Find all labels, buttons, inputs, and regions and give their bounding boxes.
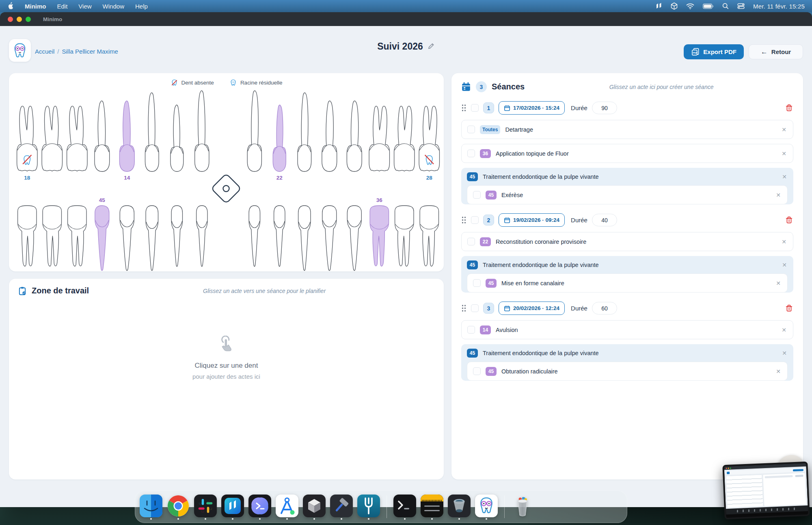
dock-fork-icon[interactable]	[357, 493, 380, 520]
dock-loupe-icon[interactable]	[447, 493, 471, 520]
seance-checkbox[interactable]	[471, 104, 479, 112]
tooth-26[interactable]	[369, 106, 389, 171]
dock-xcode-icon[interactable]	[275, 493, 299, 520]
act-checkbox[interactable]	[473, 367, 481, 375]
tooth-17[interactable]	[42, 106, 62, 171]
act-checkbox[interactable]	[473, 279, 481, 287]
apple-menu-icon[interactable]	[7, 2, 14, 11]
tooth-37[interactable]	[395, 206, 414, 266]
seance-date-button[interactable]: 19/02/2026 · 09:24	[499, 213, 565, 227]
tooth-35[interactable]	[347, 206, 361, 271]
act-checkbox[interactable]	[467, 126, 475, 133]
nested-act-row[interactable]: 45 Mise en forme canalaire ✕	[467, 273, 788, 293]
dock-slack-icon[interactable]	[194, 493, 217, 520]
menu-app-name[interactable]: Minimo	[25, 3, 46, 10]
app-logo[interactable]	[9, 39, 31, 62]
tooth-14[interactable]	[119, 101, 134, 171]
act-checkbox[interactable]	[467, 238, 475, 245]
tooth-34[interactable]	[322, 206, 337, 271]
menu-view[interactable]: View	[78, 3, 91, 10]
remove-act-icon[interactable]: ✕	[781, 239, 787, 245]
tooth-43[interactable]	[146, 206, 158, 271]
act-row[interactable]: 36 Application topique de Fluor ✕	[461, 144, 793, 163]
delete-seance-icon[interactable]	[785, 104, 793, 112]
remove-act-icon[interactable]: ✕	[775, 192, 782, 198]
nested-act-row[interactable]: 45 Obturation radiculaire ✕	[467, 362, 788, 381]
remove-act-icon[interactable]: ✕	[775, 280, 782, 286]
tooth-31[interactable]	[249, 206, 260, 267]
remove-act-icon[interactable]: ✕	[781, 150, 787, 157]
act-checkbox[interactable]	[467, 150, 475, 157]
tooth-21[interactable]	[247, 91, 261, 171]
tooth-23[interactable]	[298, 93, 311, 171]
tooth-33[interactable]	[298, 206, 311, 271]
tooth-48[interactable]	[18, 206, 37, 266]
act-group-header[interactable]: 45 Traitement endodontique de la pulpe v…	[461, 168, 793, 185]
dock-notes-icon[interactable]	[420, 493, 444, 520]
dock-craft-icon[interactable]	[221, 493, 244, 520]
close-window-button[interactable]	[8, 17, 13, 22]
remove-group-icon[interactable]: ✕	[781, 174, 788, 180]
remove-group-icon[interactable]: ✕	[781, 350, 788, 356]
tooth-24[interactable]	[322, 101, 337, 171]
tooth-42[interactable]	[171, 206, 182, 267]
dock-terminal-icon[interactable]	[393, 493, 417, 520]
act-row[interactable]: 22 Reconstitution coronaire provisoire ✕	[461, 232, 793, 251]
act-group-header[interactable]: 45 Traitement endodontique de la pulpe v…	[461, 344, 793, 362]
wifi-icon[interactable]	[686, 3, 694, 9]
remove-group-icon[interactable]: ✕	[781, 262, 788, 268]
dock-unity-icon[interactable]	[302, 493, 326, 520]
breadcrumb-patient-link[interactable]: Silla Pellicer Maxime	[62, 48, 118, 55]
minimize-window-button[interactable]	[17, 17, 22, 22]
window-titlebar[interactable]: Minimo	[0, 12, 812, 26]
act-row[interactable]: 14 Avulsion ✕	[461, 320, 793, 339]
act-checkbox[interactable]	[467, 326, 475, 334]
dock-warp-icon[interactable]	[248, 493, 272, 520]
act-group[interactable]: 45 Traitement endodontique de la pulpe v…	[461, 256, 793, 293]
tooth-18[interactable]	[17, 106, 37, 171]
back-button[interactable]: ← Retour	[749, 44, 803, 59]
tooth-44[interactable]	[120, 206, 134, 271]
menu-help[interactable]: Help	[135, 3, 148, 10]
tooth-46[interactable]	[68, 206, 86, 266]
dock-trash-icon[interactable]	[511, 493, 534, 520]
act-row[interactable]: Toutes Detartrage ✕	[461, 120, 793, 139]
menu-clock[interactable]: Mer. 11 févr. 15:25	[753, 3, 805, 10]
quadrant-diamond-icon[interactable]	[211, 174, 241, 204]
cube-icon[interactable]	[671, 2, 678, 10]
dock-chrome-icon[interactable]	[166, 493, 190, 520]
act-group[interactable]: 45 Traitement endodontique de la pulpe v…	[461, 168, 793, 204]
act-group[interactable]: 45 Traitement endodontique de la pulpe v…	[461, 344, 793, 381]
spotlight-search-icon[interactable]	[722, 3, 729, 9]
battery-icon[interactable]	[703, 4, 714, 9]
edit-title-pencil-icon[interactable]	[428, 42, 435, 51]
dock-hammer-icon[interactable]	[330, 493, 353, 520]
duration-input[interactable]: 90	[592, 102, 617, 114]
remove-act-icon[interactable]: ✕	[781, 126, 787, 133]
tooth-38[interactable]	[420, 206, 438, 266]
pause-bars-icon[interactable]	[656, 3, 662, 9]
tooth-15[interactable]	[95, 101, 110, 171]
tooth-22[interactable]	[273, 105, 286, 171]
seance-checkbox[interactable]	[471, 304, 479, 312]
dock-minimo-icon[interactable]	[475, 493, 498, 520]
seance-checkbox[interactable]	[471, 216, 479, 224]
tooth-12[interactable]	[171, 105, 184, 171]
tooth-13[interactable]	[145, 93, 159, 171]
breadcrumb-home-link[interactable]: Accueil	[35, 48, 54, 55]
menu-edit[interactable]: Edit	[57, 3, 68, 10]
tooth-47[interactable]	[43, 206, 61, 266]
tooth-45[interactable]	[95, 206, 109, 271]
dock-finder-icon[interactable]	[139, 493, 163, 520]
tooth-25[interactable]	[347, 101, 362, 171]
export-pdf-button[interactable]: PDF Export PDF	[684, 44, 744, 59]
duration-input[interactable]: 40	[592, 214, 617, 226]
delete-seance-icon[interactable]	[785, 304, 793, 312]
seance-date-button[interactable]: 17/02/2026 · 15:24	[499, 101, 565, 115]
tooth-16[interactable]	[67, 106, 87, 171]
tooth-11[interactable]	[195, 91, 209, 171]
drag-handle-icon[interactable]	[461, 104, 466, 112]
act-group-header[interactable]: 45 Traitement endodontique de la pulpe v…	[461, 256, 793, 273]
screen-preview-window[interactable]	[722, 462, 810, 520]
tooth-36[interactable]	[370, 206, 389, 266]
